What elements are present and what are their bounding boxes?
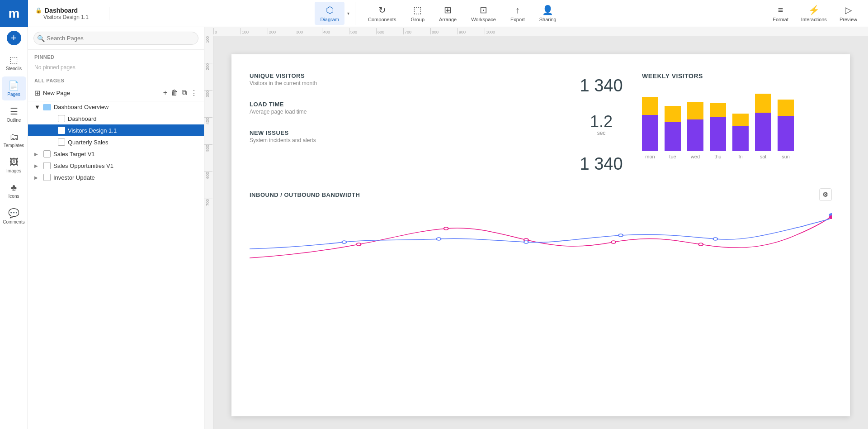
add-page-icon[interactable]: + xyxy=(163,89,167,97)
interactions-button[interactable]: ⚡ Interactions xyxy=(796,2,832,25)
bar-day-label: thu xyxy=(714,154,721,159)
workspace-button[interactable]: ⊡ Workspace xyxy=(466,2,501,25)
new-page-actions: + 🗑 ⧉ ⋮ xyxy=(163,89,198,97)
bar-stack xyxy=(665,106,681,151)
ruler-horizontal: 01002003004005006007008009001000 xyxy=(204,27,868,36)
no-pinned-text: No pinned pages xyxy=(28,62,204,73)
diagram-label: Diagram xyxy=(320,17,339,22)
comments-label: Comments xyxy=(3,219,24,224)
bar-purple xyxy=(710,117,726,151)
ruler-h-mark: 900 xyxy=(458,28,485,34)
group-label: Group xyxy=(410,17,425,22)
bar-group: sat xyxy=(755,94,771,159)
components-label: Components xyxy=(368,17,396,22)
preview-label: Preview xyxy=(840,17,857,22)
ruler-h-mark: 400 xyxy=(322,28,349,34)
outline-icon: ☰ xyxy=(10,106,18,117)
search-input[interactable] xyxy=(33,32,198,45)
expand-arrow-icon: ▶ xyxy=(34,163,41,168)
add-button[interactable]: + xyxy=(7,31,21,45)
toolbar: m 🔒 Dashboard Visitors Design 1.1 ⬡ Diag… xyxy=(0,0,868,27)
page-name-investor-update: Investor Update xyxy=(53,174,198,181)
group-button[interactable]: ⬚ Group xyxy=(405,2,430,25)
bar-day-label: mon xyxy=(645,154,655,159)
app-logo[interactable]: m xyxy=(0,0,28,27)
dot xyxy=(713,238,718,240)
icon-sidebar: + ⬚ Stencils 📄 Pages ☰ Outline 🗂 Templat… xyxy=(0,27,28,429)
export-button[interactable]: ↑ Export xyxy=(505,2,530,25)
ruler-v-mark: 100 xyxy=(204,36,212,63)
copy-page-icon[interactable]: ⧉ xyxy=(182,89,187,97)
search-icon: 🔍 xyxy=(37,35,45,42)
ruler-h-mark: 700 xyxy=(403,28,430,34)
expand-arrow-icon: ▶ xyxy=(34,152,41,157)
bar-day-label: sat xyxy=(760,154,767,159)
bar-yellow xyxy=(642,97,658,115)
sidebar-item-images[interactable]: 🖼 Images xyxy=(2,153,26,177)
components-button[interactable]: ↻ Components xyxy=(363,2,401,25)
sidebar-item-outline[interactable]: ☰ Outline xyxy=(2,102,26,126)
format-button[interactable]: ≡ Format xyxy=(767,2,794,25)
page-name-dashboard: Dashboard xyxy=(68,115,198,122)
bar-purple xyxy=(687,119,703,151)
unique-visitors-metric: UNIQUE VISITORS Visitors in the current … xyxy=(250,72,561,86)
ruler-h-mark: 800 xyxy=(430,28,458,34)
dot xyxy=(357,243,361,246)
canvas-scroll[interactable]: UNIQUE VISITORS Visitors in the current … xyxy=(213,36,868,429)
diagram-dropdown-arrow[interactable]: ▾ xyxy=(345,9,351,18)
new-page-text[interactable]: New Page xyxy=(43,90,70,96)
page-item-sales-opps[interactable]: ▶ Sales Opportunities V1 xyxy=(28,160,204,172)
delete-page-icon[interactable]: 🗑 xyxy=(171,89,178,97)
bar-yellow xyxy=(710,103,726,117)
bandwidth-chart xyxy=(250,208,832,267)
sidebar-item-pages[interactable]: 📄 Pages xyxy=(2,76,26,100)
ruler-v-mark: 300 xyxy=(204,91,212,118)
export-icon: ↑ xyxy=(515,5,520,15)
ruler-h-mark: 1000 xyxy=(485,28,512,34)
ruler-vertical: 100200300400500600700 xyxy=(204,36,213,429)
bar-purple xyxy=(732,126,749,151)
pages-panel: 🔍 PINNED No pinned pages ALL PAGES ⊞ New… xyxy=(28,27,204,429)
comments-icon: 💬 xyxy=(8,208,19,219)
bar-stack xyxy=(778,100,794,151)
sharing-button[interactable]: 👤 Sharing xyxy=(534,2,562,25)
interactions-label: Interactions xyxy=(801,17,827,22)
page-item-investor-update[interactable]: ▶ Investor Update xyxy=(28,172,204,183)
page-item-visitors-design[interactable]: Visitors Design 1.1 xyxy=(28,124,204,136)
page-name-sales-target: Sales Target V1 xyxy=(53,151,198,157)
dashboard-content: UNIQUE VISITORS Visitors in the current … xyxy=(250,72,832,267)
file-title-section: 🔒 Dashboard Visitors Design 1.1 xyxy=(28,7,109,20)
dot xyxy=(342,241,346,243)
bar-stack xyxy=(755,94,771,151)
bar-stack xyxy=(710,103,726,151)
sidebar-item-icons[interactable]: ♣ Icons xyxy=(2,179,26,202)
page-file-icon xyxy=(43,162,51,169)
bar-yellow xyxy=(755,94,771,113)
page-group-dashboard-overview[interactable]: ▼ Dashboard Overview xyxy=(28,101,204,113)
page-item-sales-target[interactable]: ▶ Sales Target V1 xyxy=(28,148,204,160)
bar-purple xyxy=(778,116,794,151)
sidebar-item-comments[interactable]: 💬 Comments xyxy=(2,204,26,228)
bar-purple xyxy=(642,115,658,151)
bar-day-label: tue xyxy=(669,154,676,159)
arrange-button[interactable]: ⊞ Arrange xyxy=(434,2,462,25)
page-item-dashboard[interactable]: Dashboard xyxy=(28,113,204,124)
dot xyxy=(437,238,441,240)
sidebar-item-templates[interactable]: 🗂 Templates xyxy=(2,128,26,152)
sidebar-item-stencils[interactable]: ⬚ Stencils xyxy=(2,51,26,75)
bar-group: mon xyxy=(642,97,658,159)
load-time-value-group: 1.2 sec xyxy=(590,110,613,136)
page-item-quarterly-sales[interactable]: Quarterly Sales xyxy=(28,136,204,148)
expand-arrow-icon: ▼ xyxy=(34,104,40,110)
templates-icon: 🗂 xyxy=(9,132,19,142)
group-icon: ⬚ xyxy=(413,5,422,15)
workspace-icon: ⊡ xyxy=(480,5,487,15)
format-icon: ≡ xyxy=(778,5,783,15)
sharing-icon: 👤 xyxy=(542,5,553,15)
more-options-icon[interactable]: ⋮ xyxy=(190,89,198,97)
preview-button[interactable]: ▷ Preview xyxy=(834,2,863,25)
gear-button[interactable]: ⚙ xyxy=(819,188,832,201)
interactions-icon: ⚡ xyxy=(808,5,820,15)
bar-day-label: sun xyxy=(782,154,790,159)
diagram-button[interactable]: ⬡ Diagram xyxy=(315,2,344,25)
